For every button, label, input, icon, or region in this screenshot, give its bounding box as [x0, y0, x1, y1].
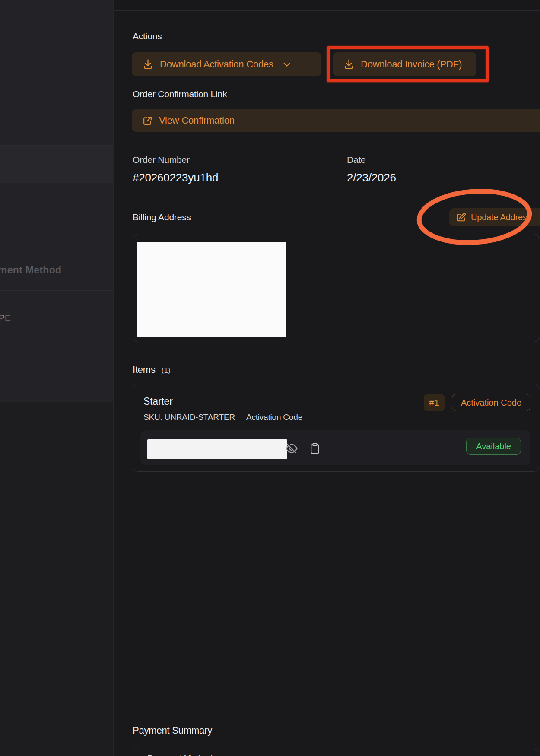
- order-confirmation-link-label: Order Confirmation Link: [133, 89, 227, 99]
- items-heading: Items (1): [133, 364, 171, 375]
- background-page: ment Method PE: [0, 0, 113, 402]
- activation-code-row: Available: [140, 430, 530, 465]
- download-icon: [142, 58, 154, 70]
- billing-address-card: [133, 234, 539, 342]
- divider: [0, 197, 113, 197]
- panel-edge: [113, 0, 114, 756]
- download-activation-codes-button[interactable]: Download Activation Codes: [132, 52, 321, 76]
- divider: [0, 290, 113, 291]
- item-sku: SKU: UNRAID-STARTER: [143, 413, 235, 422]
- view-confirmation-label: View Confirmation: [159, 115, 235, 126]
- edit-pencil-icon: [456, 213, 466, 222]
- item-type-badge: Activation Code: [452, 394, 530, 411]
- item-index-badge: #1: [424, 394, 445, 411]
- update-address-button[interactable]: Update Address: [449, 208, 540, 226]
- download-icon: [343, 58, 355, 70]
- payment-summary-card: Payment Method: [133, 749, 539, 756]
- item-sku-line: SKU: UNRAID-STARTER Activation Code: [143, 413, 302, 422]
- items-label: Items: [133, 364, 156, 375]
- external-link-icon: [142, 115, 153, 126]
- download-invoice-label: Download Invoice (PDF): [361, 59, 462, 70]
- download-activation-codes-label: Download Activation Codes: [160, 59, 273, 70]
- order-number-value: #20260223yu1hd: [133, 171, 218, 184]
- status-badge: Available: [466, 438, 521, 455]
- item-card: Starter #1 Activation Code SKU: UNRAID-S…: [133, 384, 539, 472]
- background-page-lower: [0, 402, 113, 756]
- redacted-billing-address: [137, 242, 286, 337]
- chevron-down-icon: [282, 60, 292, 69]
- payment-processor-partial: PE: [0, 313, 11, 323]
- date-value: 2/23/2026: [347, 171, 396, 184]
- actions-label: Actions: [133, 31, 162, 41]
- date-label: Date: [347, 155, 366, 165]
- view-confirmation-button[interactable]: View Confirmation: [132, 109, 540, 132]
- copy-code-button[interactable]: [306, 439, 324, 458]
- payment-summary-label: Payment Summary: [133, 725, 212, 736]
- toggle-visibility-button[interactable]: [283, 439, 300, 458]
- eye-off-icon: [285, 442, 298, 455]
- activation-code-field[interactable]: [147, 439, 287, 459]
- payment-method-heading-partial: ment Method: [0, 264, 61, 276]
- background-row-highlight: [0, 145, 113, 183]
- copy-icon: [309, 442, 321, 454]
- payment-method-row-label: Payment Method: [147, 753, 213, 756]
- item-name: Starter: [143, 396, 173, 407]
- update-address-label: Update Address: [471, 213, 531, 222]
- divider: [0, 221, 113, 221]
- billing-address-label: Billing Address: [133, 212, 191, 222]
- order-details-screen: ment Method PE Actions Download Activati…: [0, 0, 540, 756]
- download-invoice-button[interactable]: Download Invoice (PDF): [333, 52, 476, 76]
- item-kind: Activation Code: [246, 413, 302, 422]
- order-number-label: Order Number: [133, 155, 190, 165]
- items-count: (1): [162, 366, 171, 375]
